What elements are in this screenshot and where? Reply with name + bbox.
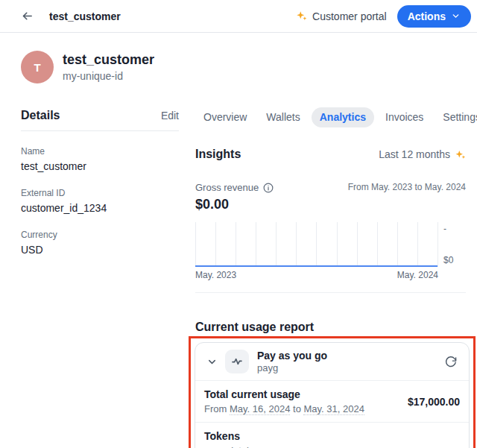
details-title: Details — [21, 109, 60, 122]
period-to-date[interactable]: May. 31, 2024 — [303, 403, 364, 415]
customer-external-ref: my-unique-id — [63, 69, 154, 83]
period-joiner: to — [293, 403, 301, 414]
main-content: Overview Wallets Analytics Invoices Sett… — [195, 107, 466, 448]
field-label: External ID — [21, 188, 179, 199]
field-label: Currency — [21, 230, 179, 241]
chart-plot-area — [195, 222, 438, 267]
field-value: test_customer — [21, 160, 179, 173]
plan-code: payg — [257, 362, 327, 374]
usage-card: Pay as you go payg Total current usage — [195, 342, 470, 448]
section-divider — [195, 292, 466, 293]
topbar-actions-group: Customer portal Actions — [296, 5, 471, 28]
usage-item-info: Tokens openai_tokens — [204, 429, 268, 448]
gross-revenue-chart: - $0 — [195, 222, 466, 267]
field-value: USD — [21, 243, 179, 256]
y-tick-top: - — [443, 224, 466, 234]
details-divider — [21, 130, 179, 131]
chart-x-axis-labels: May. 2023 May. 2024 — [195, 270, 438, 280]
customer-header: T test_customer my-unique-id — [0, 33, 477, 83]
customer-portal-label: Customer portal — [312, 10, 387, 22]
chevron-down-icon — [206, 356, 218, 367]
tab-settings[interactable]: Settings — [435, 107, 477, 127]
tab-wallets[interactable]: Wallets — [258, 107, 308, 127]
x-tick-end: May. 2024 — [397, 270, 438, 280]
arrow-left-icon — [21, 10, 34, 22]
top-bar: test_customer Customer portal Actions — [0, 0, 477, 33]
customer-page: test_customer Customer portal Actions T … — [0, 0, 477, 448]
tab-overview[interactable]: Overview — [195, 107, 255, 127]
page-title: test_customer — [63, 51, 154, 68]
tab-invoices[interactable]: Invoices — [377, 107, 432, 127]
total-usage-info: Total current usage From May. 16, 2024 t… — [204, 388, 364, 415]
usage-item-row[interactable]: Tokens openai_tokens — [195, 423, 469, 448]
avatar-initial: T — [34, 61, 40, 74]
annotation-highlight-box: Pay as you go payg Total current usage — [189, 336, 476, 448]
refresh-icon — [444, 356, 457, 368]
chevron-down-icon — [451, 11, 461, 21]
usage-period: From May. 16, 2024 to May. 31, 2024 — [204, 403, 364, 415]
detail-field-external-id: External ID customer_id_1234 — [21, 188, 179, 215]
topbar-customer-title: test_customer — [49, 10, 121, 22]
gross-revenue-amount: $0.00 — [195, 197, 466, 212]
period-selector-label: Last 12 months — [379, 148, 450, 160]
info-icon[interactable] — [263, 183, 274, 193]
customer-identity: test_customer my-unique-id — [63, 51, 154, 83]
total-usage-row: Total current usage From May. 16, 2024 t… — [195, 381, 469, 422]
gross-revenue-date-range: From May. 2023 to May. 2024 — [348, 182, 466, 192]
period-from-date[interactable]: May. 16, 2024 — [230, 403, 290, 415]
details-panel: Details Edit Name test_customer External… — [21, 107, 179, 448]
edit-details-button[interactable]: Edit — [161, 110, 179, 122]
avatar: T — [21, 51, 54, 83]
actions-button-label: Actions — [408, 10, 446, 22]
tab-analytics[interactable]: Analytics — [312, 107, 374, 127]
detail-field-name: Name test_customer — [21, 146, 179, 173]
period-selector[interactable]: Last 12 months — [379, 148, 466, 160]
insights-title: Insights — [195, 148, 241, 161]
detail-field-currency: Currency USD — [21, 230, 179, 256]
total-usage-label: Total current usage — [204, 388, 364, 401]
plan-info: Pay as you go payg — [257, 349, 327, 374]
field-label: Name — [21, 146, 179, 157]
plan-name: Pay as you go — [257, 349, 327, 362]
plan-avatar — [225, 350, 249, 373]
chart-y-axis-labels: - $0 — [438, 222, 466, 267]
actions-button[interactable]: Actions — [397, 5, 471, 28]
activity-pulse-icon — [231, 356, 243, 367]
usage-report-title: Current usage report — [195, 321, 466, 334]
usage-card-header[interactable]: Pay as you go payg — [195, 343, 469, 380]
usage-item-name: Tokens — [204, 429, 268, 443]
customer-tabs: Overview Wallets Analytics Invoices Sett… — [195, 107, 466, 127]
period-prefix: From — [204, 403, 227, 414]
refresh-button[interactable] — [440, 352, 460, 371]
chart-zero-revenue-line — [195, 265, 437, 267]
y-tick-bottom: $0 — [443, 255, 466, 265]
collapse-toggle[interactable] — [204, 354, 219, 369]
field-value: customer_id_1234 — [21, 201, 179, 215]
sparkles-icon — [455, 149, 466, 160]
sparkles-icon — [296, 10, 307, 22]
total-usage-amount: $17,000.00 — [408, 396, 460, 408]
customer-portal-link[interactable]: Customer portal — [296, 10, 387, 22]
back-button[interactable] — [16, 6, 37, 27]
usage-item-code: openai_tokens — [204, 444, 268, 448]
gross-revenue-label: Gross revenue — [195, 182, 259, 193]
x-tick-start: May. 2023 — [195, 270, 236, 280]
